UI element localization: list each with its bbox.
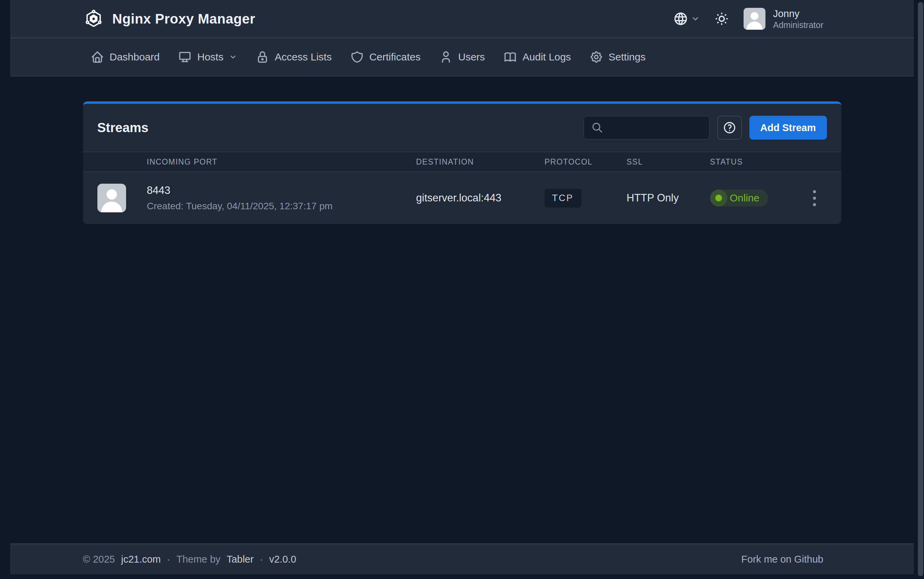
chevron-down-icon	[691, 14, 700, 23]
jc21-link[interactable]: jc21.com	[121, 554, 161, 565]
user-name: Jonny	[773, 8, 823, 20]
lock-icon	[256, 50, 269, 64]
globe-icon	[673, 11, 688, 26]
row-actions-menu-icon[interactable]	[813, 190, 816, 206]
nav-item-dashboard[interactable]: Dashboard	[90, 50, 160, 64]
nav-label: Settings	[609, 51, 645, 63]
page-body: Streams Add Stream	[10, 77, 914, 543]
stream-avatar	[97, 184, 126, 213]
col-status: STATUS	[710, 157, 798, 167]
user-role: Administrator	[773, 20, 823, 30]
search-icon	[591, 122, 603, 134]
home-icon	[90, 50, 104, 64]
help-button[interactable]	[717, 116, 742, 140]
user-menu[interactable]: Jonny Administrator	[743, 8, 823, 30]
col-protocol: PROTOCOL	[545, 157, 627, 167]
separator-dot: ·	[167, 554, 171, 565]
shield-icon	[350, 50, 364, 64]
nav-label: Access Lists	[275, 51, 332, 63]
tabler-link[interactable]: Tabler	[226, 554, 254, 565]
status-dot-icon	[715, 195, 722, 201]
github-link[interactable]: Fork me on Github	[741, 554, 823, 565]
protocol-cell: TCP	[545, 189, 627, 208]
destination-value: gitserver.local:443	[416, 192, 545, 204]
nginx-proxy-manager-logo-icon	[84, 10, 103, 28]
scrollbar-thumb[interactable]	[918, 2, 923, 576]
help-circle-icon	[723, 121, 736, 134]
page-title: Streams	[97, 121, 149, 135]
theme-toggle-button[interactable]	[714, 11, 729, 26]
status-cell: Online	[710, 190, 798, 206]
app-footer: © 2025 jc21.com · Theme by Tabler · v2.0…	[10, 543, 914, 574]
incoming-port-value: 8443	[147, 184, 416, 197]
app-header: Nginx Proxy Manager	[10, 0, 914, 38]
nav-label: Hosts	[197, 51, 223, 63]
nav-item-certificates[interactable]: Certificates	[350, 50, 421, 64]
col-ssl: SSL	[627, 157, 710, 167]
nav-label: Dashboard	[110, 51, 160, 63]
status-dot-halo	[710, 190, 727, 206]
monitor-icon	[178, 50, 192, 64]
version-text: v2.0.0	[269, 554, 296, 565]
status-label: Online	[730, 192, 760, 204]
page: Nginx Proxy Manager	[10, 0, 914, 579]
nav-item-audit-logs[interactable]: Audit Logs	[503, 50, 571, 64]
search-input[interactable]	[609, 122, 702, 133]
search-box	[583, 116, 710, 140]
separator-dot: ·	[260, 554, 263, 565]
user-avatar	[743, 8, 765, 30]
nav-item-access-lists[interactable]: Access Lists	[256, 50, 332, 64]
nav-item-settings[interactable]: Settings	[589, 50, 645, 64]
sun-icon	[714, 11, 729, 26]
add-stream-button[interactable]: Add Stream	[749, 116, 827, 140]
chevron-down-icon	[229, 53, 237, 61]
table-header-row: INCOMING PORT DESTINATION PROTOCOL SSL S…	[83, 152, 841, 172]
main-nav: Dashboard Hosts Access Lists	[10, 38, 914, 77]
col-incoming-port: INCOMING PORT	[147, 157, 416, 167]
table-row[interactable]: 8443 Created: Tuesday, 04/11/2025, 12:37…	[83, 172, 841, 224]
nav-label: Audit Logs	[522, 51, 571, 63]
nav-item-hosts[interactable]: Hosts	[178, 50, 237, 64]
col-destination: DESTINATION	[416, 157, 545, 167]
nav-label: Certificates	[369, 51, 421, 63]
book-icon	[503, 50, 517, 64]
nav-label: Users	[458, 51, 485, 63]
nav-item-users[interactable]: Users	[439, 50, 485, 64]
copyright: © 2025	[83, 554, 115, 565]
protocol-badge: TCP	[545, 189, 581, 208]
theme-by-text: Theme by	[176, 554, 220, 565]
incoming-port-cell: 8443 Created: Tuesday, 04/11/2025, 12:37…	[147, 184, 416, 212]
brand: Nginx Proxy Manager	[84, 10, 256, 28]
gear-icon	[589, 50, 603, 64]
language-selector-button[interactable]	[673, 11, 700, 26]
created-timestamp: Created: Tuesday, 04/11/2025, 12:37:17 p…	[147, 201, 416, 212]
ssl-value: HTTP Only	[627, 192, 710, 204]
streams-card: Streams Add Stream	[83, 101, 841, 224]
status-badge: Online	[710, 190, 768, 206]
app-title: Nginx Proxy Manager	[112, 11, 256, 27]
user-icon	[439, 50, 453, 64]
